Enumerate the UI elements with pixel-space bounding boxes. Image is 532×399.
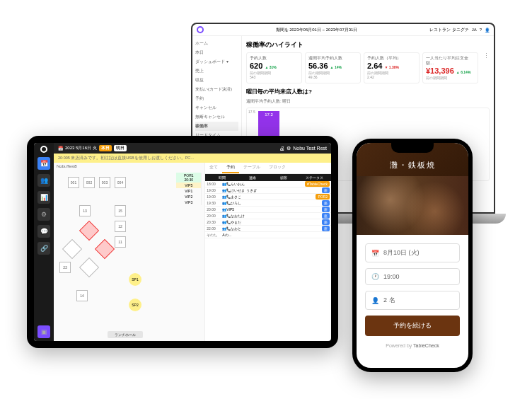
today-button[interactable]: 本日	[99, 145, 112, 151]
date-display[interactable]: 2023 5月16日 火	[65, 145, 97, 151]
tablet-topbar: 📅 2023 5月16日 火 本日 明日 🖨 ⚙ Nobu Test Rest	[54, 143, 331, 154]
tablet-device: 📅 👥 📊 ⚙ 💬 🔗 ▣ 📅 2023 5月16日 火 本日 明日 🖨 ⚙ N…	[27, 136, 338, 348]
phone-hero: 灘・鉄板焼	[357, 143, 468, 235]
guests-field[interactable]: 👤2 名	[365, 291, 460, 310]
reservation-row[interactable]: 22:00👥📞なおと座	[205, 226, 331, 232]
tablet-rail: 📅 👥 📊 ⚙ 💬 🔗 ▣	[34, 143, 54, 341]
booking-form: 📅8月10日 (火) 🕐19:00 👤2 名 予約を続ける Powered by…	[357, 235, 468, 357]
reservation-row[interactable]: 19:00👥📞けいせき うさぎ座	[205, 187, 331, 194]
seat[interactable]: VIP5	[176, 183, 202, 188]
metric-card[interactable]: 予約人数（平均） 2.64 ▼ 1.30% 前の期間期間 2.42	[364, 52, 420, 83]
rail-icon[interactable]: ▣	[37, 325, 50, 338]
sidebar-item[interactable]: ホーム	[195, 39, 238, 48]
help-icon[interactable]: ?	[480, 28, 482, 32]
sidebar-item[interactable]: 無断キャンセル	[195, 112, 238, 122]
table[interactable]: 12	[115, 221, 126, 232]
more-icon[interactable]: ⋮	[483, 52, 490, 83]
list-header: 時間 連絡 顧客 ステータス	[205, 174, 331, 181]
clock-icon: 🕐	[371, 273, 379, 280]
table[interactable]: 23	[59, 262, 71, 273]
lang-switch[interactable]: JA	[472, 28, 477, 32]
settings-icon[interactable]: ⚙	[287, 146, 291, 151]
rail-icon[interactable]: 📊	[37, 191, 50, 204]
print-icon[interactable]: 🖨	[279, 146, 284, 151]
reservation-row[interactable]: 19:00👥📞まさこPOR2	[205, 194, 331, 200]
sidebar-item[interactable]: 予約	[195, 94, 238, 103]
tab[interactable]: テーブル	[239, 163, 265, 173]
calendar-icon: 📅	[371, 250, 379, 257]
metric-card[interactable]: 週間平均予約人数 56.36 ▲ 14% 前の期間期間 49.36	[305, 52, 361, 83]
table[interactable]: 002	[83, 177, 95, 188]
table[interactable]: 15	[115, 205, 126, 216]
table-diamond[interactable]	[62, 239, 82, 259]
table-diamond[interactable]	[79, 221, 99, 241]
seat[interactable]: VIP2	[176, 194, 202, 200]
powered-by: Powered by TableCheck	[365, 343, 460, 348]
seat[interactable]: POR120:30	[176, 173, 202, 183]
hall-label[interactable]: ランチホール	[108, 331, 143, 338]
laptop-header: 期間を 2023年05月01日 ~ 2023年07月31日 レストラン タニグチ…	[192, 24, 494, 36]
table-diamond[interactable]	[79, 258, 99, 277]
avatar-icon[interactable]: 👤	[485, 28, 490, 33]
seat[interactable]: VIP3	[176, 200, 202, 205]
continue-button[interactable]: 予約を続ける	[365, 316, 460, 336]
logo-icon	[40, 146, 47, 153]
sidebar-item[interactable]: 収益	[195, 76, 238, 85]
table-special[interactable]: SP1	[129, 273, 141, 286]
rail-icon[interactable]: 💬	[37, 225, 50, 238]
chart-subtitle: 週間平均予約人数: 曜日	[246, 98, 490, 105]
restaurant-title: 灘・鉄板焼	[357, 160, 468, 170]
calendar-icon[interactable]: 📅	[58, 146, 63, 151]
sidebar-item[interactable]: 本日	[195, 48, 238, 57]
table[interactable]: 14	[76, 290, 88, 301]
sidebar-item[interactable]: 売上	[195, 66, 238, 76]
restaurant-name[interactable]: レストラン タニグチ	[429, 27, 469, 33]
reservation-row[interactable]: 20:30👥📞やまだ座	[205, 219, 331, 226]
hero-image	[357, 176, 468, 235]
rail-icon[interactable]: ⚙	[37, 208, 50, 221]
table[interactable]: 001	[68, 177, 79, 188]
period-selector[interactable]: 期間を 2023年05月01日 ~ 2023年07月31日	[207, 27, 427, 33]
table[interactable]: 003	[99, 177, 110, 188]
metric-card[interactable]: 一人当たり平均注文金額… ¥13,396 ▲ 6.14% 前の期間期間	[422, 52, 478, 83]
reservation-row[interactable]: 19:30👥📞ひろし座	[205, 200, 331, 207]
rail-icon[interactable]: 👥	[37, 174, 50, 187]
table[interactable]: 13	[79, 205, 91, 216]
phone-screen: 灘・鉄板焼 📅8月10日 (火) 🕐19:00 👤2 名 予約を続ける Powe…	[357, 143, 468, 368]
person-icon: 👤	[371, 297, 379, 304]
chart-title: 曜日毎の平均来店人数は?	[246, 88, 490, 96]
tab-active[interactable]: 予約	[222, 163, 239, 173]
date-field[interactable]: 📅8月10日 (火)	[365, 243, 460, 262]
table-diamond[interactable]	[95, 239, 115, 259]
reservation-row[interactable]: 18:00👥📞らいおん#TableCheck	[205, 181, 331, 187]
floor-plan[interactable]: NobuTest8 001 002 003 004 13 15 12 11 23…	[54, 163, 204, 341]
tab[interactable]: 全て	[205, 163, 222, 173]
phone-notch	[391, 143, 434, 153]
table[interactable]: 004	[115, 177, 126, 188]
y-tick: 17.5	[248, 110, 255, 114]
tablet-screen: 📅 👥 📊 ⚙ 💬 🔗 ▣ 📅 2023 5月16日 火 本日 明日 🖨 ⚙ N…	[34, 143, 331, 341]
table-special[interactable]: SP2	[129, 299, 141, 311]
rail-icon[interactable]: 🔗	[37, 242, 50, 255]
sidebar-item[interactable]: キャンセル	[195, 103, 238, 112]
seat[interactable]: VIP1	[176, 188, 202, 194]
time-field[interactable]: 🕐19:00	[365, 268, 460, 285]
metric-card[interactable]: 予約人数 620 ▲ 31% 前の期間期間 543	[246, 52, 302, 83]
table[interactable]: 11	[115, 236, 126, 248]
reservation-row[interactable]: そのたAの…	[205, 232, 331, 238]
phone-device: 灘・鉄板焼 📅8月10日 (火) 🕐19:00 👤2 名 予約を続ける Powe…	[352, 139, 473, 372]
metrics-row: 予約人数 620 ▲ 31% 前の期間期間 543 週間平均予約人数 56.36…	[246, 52, 490, 83]
sidebar-item[interactable]: 支払い(カード決済)	[195, 85, 238, 94]
tomorrow-button[interactable]: 明日	[114, 145, 127, 151]
rail-calendar-icon[interactable]: 📅	[37, 157, 50, 170]
tab[interactable]: ブロック	[265, 163, 290, 173]
reservation-row[interactable]: 20:00👥📞なおたけ座	[205, 213, 331, 219]
section-title: 稼働率のハイライト	[246, 40, 490, 50]
sidebar-item-active[interactable]: 稼働率	[195, 122, 238, 131]
logo-icon	[197, 26, 204, 33]
reservation-row[interactable]: 20:00👥VIP5座	[205, 207, 331, 213]
notice-bar: 20:005 来店済みです。初注記は直接USBを使用しお渡しください。PC…	[54, 154, 331, 163]
sidebar-item[interactable]: ダッシュボード ▾	[195, 57, 238, 66]
user-label: Nobu Test Rest	[293, 146, 327, 151]
reservation-list: 18:00👥📞らいおん#TableCheck 19:00👥📞けいせき うさぎ座 …	[205, 181, 331, 238]
